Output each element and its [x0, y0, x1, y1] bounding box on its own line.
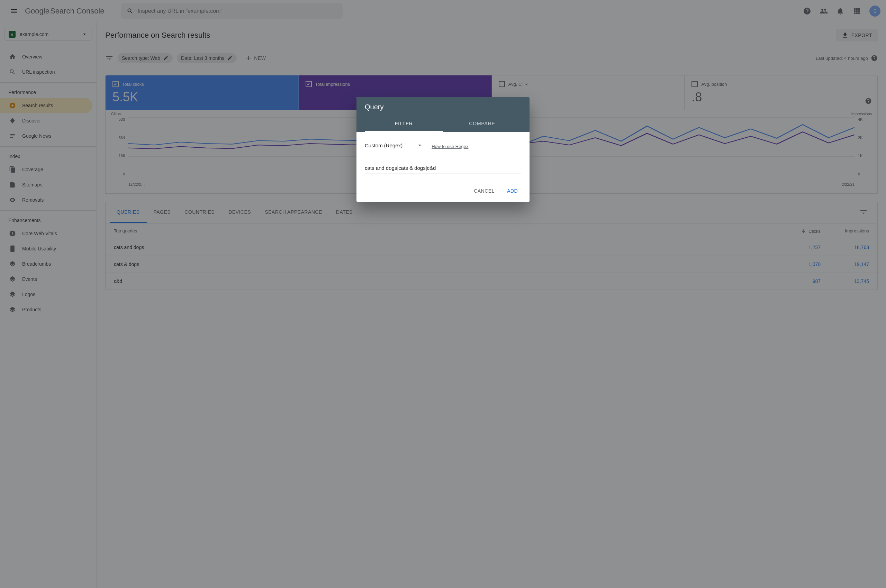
- modal-scrim[interactable]: [0, 0, 886, 588]
- modal-tab-compare[interactable]: COMPARE: [443, 116, 521, 132]
- modal-title: Query: [365, 103, 521, 116]
- modal-tab-filter[interactable]: FILTER: [365, 116, 443, 132]
- regex-help-link[interactable]: How to use Regex: [432, 144, 468, 149]
- query-filter-modal: Query FILTER COMPARE Custom (Regex) How …: [357, 97, 529, 202]
- cancel-button[interactable]: CANCEL: [469, 185, 499, 196]
- chevron-down-icon: [416, 142, 423, 149]
- filter-type-select[interactable]: Custom (Regex): [365, 142, 423, 151]
- regex-input[interactable]: [365, 162, 521, 174]
- add-button[interactable]: ADD: [502, 185, 523, 196]
